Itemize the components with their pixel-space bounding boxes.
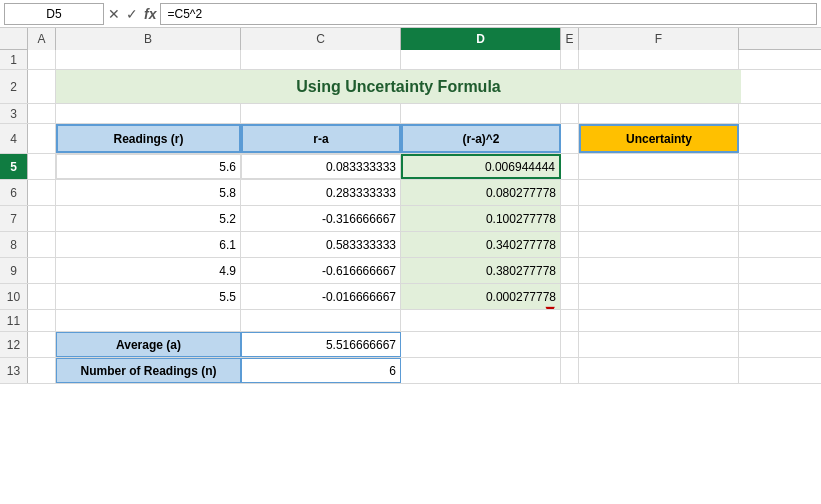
cell-e9[interactable]: [561, 258, 579, 283]
cell-d4[interactable]: (r-a)^2: [401, 124, 561, 153]
cell-d10[interactable]: 0.000277778 ▼: [401, 284, 561, 309]
cell-b7[interactable]: 5.2: [56, 206, 241, 231]
cell-b11[interactable]: [56, 310, 241, 331]
name-box[interactable]: [4, 3, 104, 25]
cell-a4[interactable]: [28, 124, 56, 153]
cell-b8[interactable]: 6.1: [56, 232, 241, 257]
cell-c1[interactable]: [241, 50, 401, 69]
cell-c8[interactable]: 0.583333333: [241, 232, 401, 257]
cell-f8[interactable]: [579, 232, 739, 257]
cell-a6[interactable]: [28, 180, 56, 205]
cell-c9[interactable]: -0.616666667: [241, 258, 401, 283]
cell-a10[interactable]: [28, 284, 56, 309]
cell-d5[interactable]: 0.006944444: [401, 154, 561, 179]
cell-c12[interactable]: 5.516666667: [241, 332, 401, 357]
row-num-11: 11: [0, 310, 28, 331]
val-b10: 5.5: [219, 290, 236, 304]
cell-a11[interactable]: [28, 310, 56, 331]
cell-b13[interactable]: Number of Readings (n): [56, 358, 241, 383]
val-c8: 0.583333333: [326, 238, 396, 252]
cell-b6[interactable]: 5.8: [56, 180, 241, 205]
fx-icon[interactable]: fx: [144, 6, 156, 22]
col-header-a[interactable]: A: [28, 28, 56, 50]
cell-e11[interactable]: [561, 310, 579, 331]
cell-f13[interactable]: [579, 358, 739, 383]
row-7: 7 5.2 -0.316666667 0.100277778: [0, 206, 821, 232]
row-3: 3: [0, 104, 821, 124]
cell-c6[interactable]: 0.283333333: [241, 180, 401, 205]
cell-f7[interactable]: [579, 206, 739, 231]
cell-d3[interactable]: [401, 104, 561, 123]
col-header-c[interactable]: C: [241, 28, 401, 50]
cell-a13[interactable]: [28, 358, 56, 383]
cell-e10[interactable]: [561, 284, 579, 309]
cell-e13[interactable]: [561, 358, 579, 383]
val-d8: 0.340277778: [486, 238, 556, 252]
cell-f1[interactable]: [579, 50, 739, 69]
cell-d6[interactable]: 0.080277778: [401, 180, 561, 205]
cell-f3[interactable]: [579, 104, 739, 123]
cell-c3[interactable]: [241, 104, 401, 123]
cell-e1[interactable]: [561, 50, 579, 69]
cell-e4[interactable]: [561, 124, 579, 153]
row-2: 2 Using Uncertainty Formula: [0, 70, 821, 104]
cell-d1[interactable]: [401, 50, 561, 69]
val-c5: 0.083333333: [326, 160, 396, 174]
cell-e6[interactable]: [561, 180, 579, 205]
corner-cell: [0, 28, 28, 49]
cell-e8[interactable]: [561, 232, 579, 257]
col-header-d[interactable]: D: [401, 28, 561, 50]
cell-d9[interactable]: 0.380277778: [401, 258, 561, 283]
cell-f10[interactable]: [579, 284, 739, 309]
cell-a8[interactable]: [28, 232, 56, 257]
formula-input[interactable]: [160, 3, 817, 25]
col-header-e[interactable]: E: [561, 28, 579, 50]
cell-c13[interactable]: 6: [241, 358, 401, 383]
col-header-f[interactable]: F: [579, 28, 739, 50]
cell-d13[interactable]: [401, 358, 561, 383]
cell-b5[interactable]: 5.6: [56, 154, 241, 179]
cell-d11[interactable]: [401, 310, 561, 331]
cell-b1[interactable]: [56, 50, 241, 69]
cell-a5[interactable]: [28, 154, 56, 179]
cell-b3[interactable]: [56, 104, 241, 123]
row-num-10: 10: [0, 284, 28, 309]
row-10: 10 5.5 -0.016666667 0.000277778 ▼: [0, 284, 821, 310]
cell-f4[interactable]: Uncertainty: [579, 124, 739, 153]
confirm-icon[interactable]: ✓: [126, 6, 138, 22]
cell-c7[interactable]: -0.316666667: [241, 206, 401, 231]
cell-c4[interactable]: r-a: [241, 124, 401, 153]
cell-f11[interactable]: [579, 310, 739, 331]
cell-a1[interactable]: [28, 50, 56, 69]
cell-a2[interactable]: [28, 70, 56, 103]
cell-b12[interactable]: Average (a): [56, 332, 241, 357]
cell-f5[interactable]: [579, 154, 739, 179]
val-c6: 0.283333333: [326, 186, 396, 200]
cell-e3[interactable]: [561, 104, 579, 123]
cell-e12[interactable]: [561, 332, 579, 357]
cell-d8[interactable]: 0.340277778: [401, 232, 561, 257]
cell-a7[interactable]: [28, 206, 56, 231]
cancel-icon[interactable]: ✕: [108, 6, 120, 22]
cell-b10[interactable]: 5.5: [56, 284, 241, 309]
row-11: 11: [0, 310, 821, 332]
cell-e5[interactable]: [561, 154, 579, 179]
cell-b9[interactable]: 4.9: [56, 258, 241, 283]
cell-c11[interactable]: [241, 310, 401, 331]
cell-e7[interactable]: [561, 206, 579, 231]
cell-d7[interactable]: 0.100277778: [401, 206, 561, 231]
cell-f6[interactable]: [579, 180, 739, 205]
cell-b4[interactable]: Readings (r): [56, 124, 241, 153]
cell-a9[interactable]: [28, 258, 56, 283]
cell-a3[interactable]: [28, 104, 56, 123]
n-value: 6: [389, 364, 396, 378]
cell-c10[interactable]: -0.016666667: [241, 284, 401, 309]
cell-f12[interactable]: [579, 332, 739, 357]
cell-f9[interactable]: [579, 258, 739, 283]
cell-c5[interactable]: 0.083333333: [241, 154, 401, 179]
cell-d12[interactable]: [401, 332, 561, 357]
cell-a12[interactable]: [28, 332, 56, 357]
col-header-b[interactable]: B: [56, 28, 241, 50]
row-num-7: 7: [0, 206, 28, 231]
title-text: Using Uncertainty Formula: [296, 78, 500, 96]
